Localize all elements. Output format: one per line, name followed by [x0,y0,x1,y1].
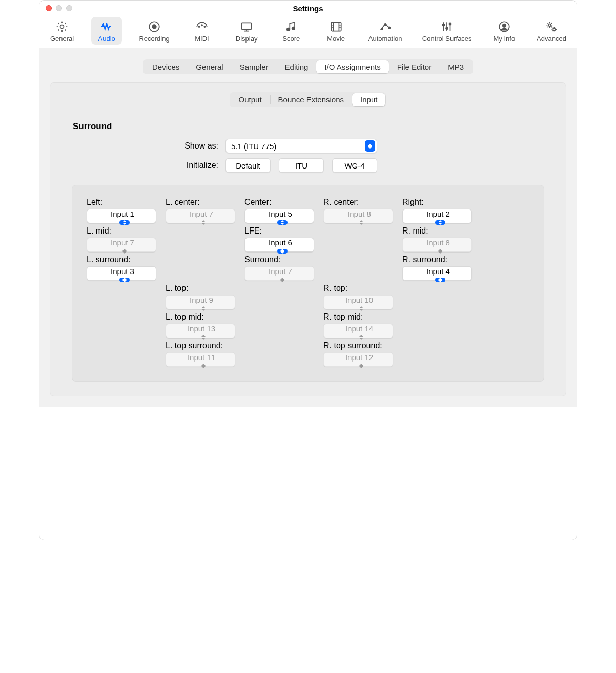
toolbar-my-info[interactable]: My Info [489,17,520,45]
initialize-itu-button[interactable]: ITU [279,158,324,173]
channel-r-top-mid-label: R. top mid: [323,312,400,322]
channel-l-surround-select[interactable]: Input 3 [87,266,156,281]
channel-l-top-mid: L. top mid:Input 13 [166,312,242,338]
channel-left-select[interactable]: Input 1 [87,209,156,223]
titlebar: Settings [39,1,577,16]
channel-l-surround-label: L. surround: [87,255,163,264]
tab-general[interactable]: General [188,60,231,73]
channel-right-select[interactable]: Input 2 [402,209,472,223]
chevron-updown-icon [435,249,445,254]
tab-mp3[interactable]: MP3 [440,60,472,73]
initialize-wg-4-button[interactable]: WG-4 [332,158,377,173]
channel-center-select[interactable]: Input 5 [244,209,314,223]
svg-point-12 [388,27,390,28]
tab-i-o-assignments[interactable]: I/O Assignments [316,60,388,73]
toolbar-movie[interactable]: Movie [321,17,352,45]
close-window-button[interactable] [46,5,52,11]
toolbar-advanced[interactable]: Advanced [533,17,569,45]
subtab-output[interactable]: Output [231,93,270,106]
toolbar-midi[interactable]: MIDI [187,17,217,45]
zoom-window-button [66,5,72,11]
tab-editing[interactable]: Editing [277,60,317,73]
toolbar-audio[interactable]: Audio [91,17,122,45]
svg-rect-6 [241,23,252,29]
chevron-updown-icon [119,278,130,282]
content-area: DevicesGeneralSamplerEditingI/O Assignme… [39,48,577,407]
channel-l-mid-label: L. mid: [87,226,163,236]
chevron-updown-icon [198,335,209,340]
toolbar-recording[interactable]: Recording [136,17,172,45]
tab-devices[interactable]: Devices [144,60,188,73]
chevron-updown-icon [435,278,445,282]
channel-l-top-mid-select: Input 13 [166,324,235,338]
chevron-updown-icon [365,140,375,152]
channel-l-center-label: L. center: [166,198,242,207]
initialize-default-button[interactable]: Default [225,158,271,173]
chevron-updown-icon [119,249,130,254]
channel-l-surround: L. surround:Input 3 [87,255,163,281]
svg-point-15 [449,23,451,25]
channel-r-surround: R. surround:Input 4 [402,255,479,281]
preferences-toolbar: GeneralAudioRecordingMIDIDisplayScoreMov… [39,16,577,48]
svg-point-10 [381,28,382,30]
channel-left-label: Left: [87,198,163,207]
channel-l-mid-select: Input 7 [87,238,156,252]
io-subtabs: OutputBounce ExtensionsInput [59,92,557,107]
svg-point-13 [443,24,445,26]
svg-point-14 [446,27,448,29]
channel-l-top-mid-label: L. top mid: [166,312,242,322]
channel-r-center: R. center:Input 8 [323,198,400,223]
toolbar-score[interactable]: Score [276,17,306,45]
movie-icon [327,19,345,34]
channel-r-mid-label: R. mid: [402,226,479,236]
svg-point-3 [198,26,199,27]
show-as-label: Show as: [59,141,218,151]
chevron-updown-icon [198,364,209,368]
toolbar-general[interactable]: General [47,17,77,45]
channel-r-top-mid: R. top mid:Input 14 [323,312,400,338]
channel-center: Center:Input 5 [244,198,321,223]
subtab-bounce-extensions[interactable]: Bounce Extensions [270,93,352,106]
chevron-updown-icon [356,364,366,368]
channel-grid: Left:Input 1L. center:Input 7Center:Inpu… [87,198,529,367]
general-icon [53,19,71,34]
chevron-updown-icon [435,220,445,225]
recording-icon [146,19,163,34]
svg-rect-9 [331,22,341,31]
subtab-input[interactable]: Input [352,93,385,106]
channel-r-top-surround-label: R. top surround: [323,341,400,350]
channel-r-surround-select[interactable]: Input 4 [402,266,472,281]
tab-file-editor[interactable]: File Editor [389,60,440,73]
chevron-updown-icon [277,278,288,282]
channel-l-top-surround: L. top surround:Input 11 [166,341,242,367]
channel-left: Left:Input 1 [87,198,163,223]
channel-lfe-select[interactable]: Input 6 [244,238,314,252]
channel-r-mid: R. mid:Input 8 [402,226,479,252]
midi-icon [193,19,211,34]
channel-r-top-surround-select: Input 12 [323,352,393,367]
svg-point-18 [548,24,551,26]
svg-point-5 [204,26,205,27]
my-info-icon [496,19,513,34]
channel-l-top-surround-select: Input 11 [166,352,235,367]
svg-point-2 [152,25,156,29]
toolbar-control-surfaces[interactable]: Control Surfaces [419,17,475,45]
toolbar-display[interactable]: Display [231,17,262,45]
channel-r-top-surround: R. top surround:Input 12 [323,341,400,367]
show-as-select[interactable]: 5.1 (ITU 775) [225,139,377,153]
settings-window: Settings GeneralAudioRecordingMIDIDispla… [39,0,577,540]
channel-right: Right:Input 2 [402,198,479,223]
toolbar-automation[interactable]: Automation [365,17,405,45]
tab-sampler[interactable]: Sampler [232,60,277,73]
chevron-updown-icon [198,306,209,311]
channel-surround: Surround:Input 7 [244,255,321,281]
control-surfaces-icon [438,19,456,34]
svg-point-11 [384,24,386,25]
channel-r-top: R. top:Input 10 [323,284,400,309]
automation-icon [377,19,394,34]
svg-point-17 [503,24,506,28]
channel-l-top: L. top:Input 9 [166,284,242,309]
surround-section-title: Surround [73,121,557,132]
score-icon [282,19,300,34]
channel-r-top-label: R. top: [323,284,400,293]
